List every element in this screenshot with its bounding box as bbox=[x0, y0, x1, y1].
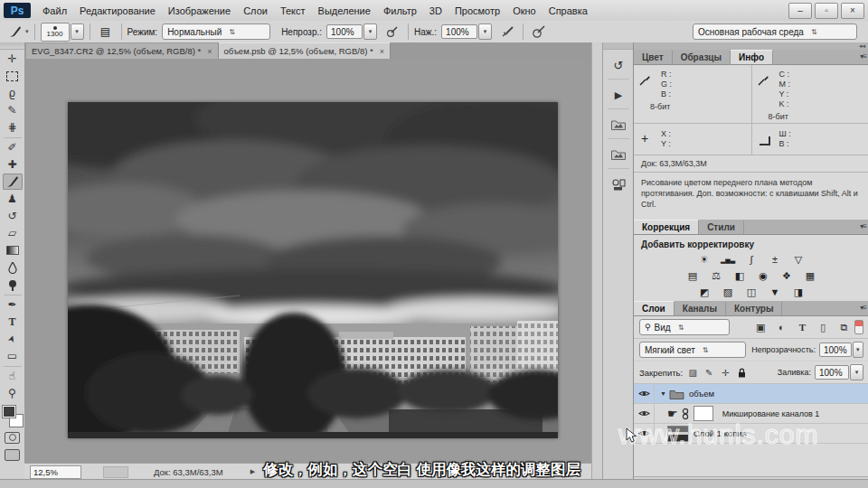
levels-icon[interactable]: ▂▅▃ bbox=[721, 253, 736, 266]
layer-fill-input[interactable]: 100% bbox=[815, 365, 849, 380]
filter-type-layers-icon[interactable]: T bbox=[795, 321, 809, 333]
hue-saturation-icon[interactable]: ▤ bbox=[685, 269, 701, 282]
menu-help[interactable]: Справка bbox=[542, 1, 594, 21]
brush-size-arrow[interactable]: ▾ bbox=[71, 23, 84, 40]
brush-tool[interactable] bbox=[3, 174, 23, 190]
color-lookup-icon[interactable]: ▦ bbox=[803, 269, 818, 282]
brush-size-picker[interactable]: 1300 bbox=[41, 23, 70, 42]
eraser-tool[interactable]: ▱ bbox=[3, 225, 23, 241]
status-arrow-icon[interactable]: ▶ bbox=[250, 468, 255, 475]
screen-mode-button[interactable] bbox=[3, 446, 23, 463]
brush-tool-preset-icon[interactable] bbox=[7, 24, 24, 39]
blend-mode-select[interactable]: Нормальный⇅ bbox=[162, 23, 270, 40]
collapse-panels-icon[interactable]: ◂◂ bbox=[859, 42, 865, 49]
menu-image[interactable]: Изображение bbox=[162, 1, 237, 21]
move-tool[interactable]: ✛ bbox=[3, 51, 23, 67]
foreground-color-swatch[interactable] bbox=[2, 405, 16, 418]
lock-move-icon[interactable]: ✛ bbox=[719, 367, 731, 379]
lock-transparency-icon[interactable]: ▨ bbox=[686, 367, 699, 379]
layer-row-group[interactable]: ▼ объем bbox=[634, 384, 868, 404]
visibility-toggle[interactable] bbox=[634, 384, 655, 403]
tab-swatches[interactable]: Образцы bbox=[673, 51, 731, 64]
menu-view[interactable]: Просмотр bbox=[448, 1, 506, 21]
filter-shape-layers-icon[interactable]: ▯ bbox=[816, 321, 830, 333]
layer-name[interactable]: Микширование каналов 1 bbox=[722, 409, 820, 418]
toolbox-grip[interactable] bbox=[0, 42, 24, 50]
eyedropper-tool[interactable]: ✐ bbox=[3, 139, 23, 155]
workspace-select[interactable]: Основная рабочая среда⇅ bbox=[693, 23, 857, 40]
history-panel-icon[interactable]: ↺ bbox=[608, 55, 629, 80]
mask-link-icon[interactable] bbox=[682, 408, 689, 420]
shape-tool[interactable]: ▭ bbox=[3, 348, 23, 364]
device-preview-panel-icon[interactable] bbox=[608, 174, 629, 198]
zoom-level-input[interactable]: 12,5% bbox=[30, 465, 81, 479]
document-tab-1[interactable]: EVG_8347.CR2 @ 12,5% (объем, RGB/8) *× bbox=[26, 43, 219, 59]
tab-color[interactable]: Цвет bbox=[634, 51, 673, 64]
color-balance-icon[interactable]: ⚖ bbox=[709, 269, 724, 282]
menu-layers[interactable]: Слои bbox=[237, 1, 274, 21]
crop-tool[interactable]: ⋕ bbox=[3, 119, 23, 136]
layer-blend-mode-select[interactable]: Мягкий свет⇅ bbox=[639, 342, 746, 358]
dock-collapse-icon[interactable] bbox=[603, 42, 634, 50]
filter-smart-objects-icon[interactable]: ⧉ bbox=[836, 321, 851, 333]
selective-color-icon[interactable]: ◨ bbox=[791, 286, 807, 298]
panel-menu-icon[interactable]: ▾≡ bbox=[860, 222, 866, 230]
menu-3d[interactable]: 3D bbox=[423, 1, 448, 21]
document-tab-2[interactable]: объем.psb @ 12,5% (объем, RGB/8) *× bbox=[219, 42, 392, 59]
toggle-brush-panel-icon[interactable]: ▤ bbox=[98, 24, 114, 39]
menu-edit[interactable]: Редактирование bbox=[73, 1, 162, 21]
preset-dropdown-arrow-icon[interactable]: ▾ bbox=[25, 28, 29, 35]
curves-icon[interactable]: ∫ bbox=[744, 253, 760, 266]
tab-paths[interactable]: Контуры bbox=[726, 302, 782, 315]
layer-fill-arrow[interactable]: ▾ bbox=[850, 364, 863, 380]
tablet-size-icon[interactable] bbox=[531, 24, 547, 39]
invert-icon[interactable]: ◩ bbox=[697, 286, 712, 298]
filter-adjustment-layers-icon[interactable]: ◐ bbox=[774, 321, 788, 333]
black-white-icon[interactable]: ◧ bbox=[732, 269, 748, 282]
threshold-icon[interactable]: ◫ bbox=[744, 286, 760, 298]
actions-panel-icon[interactable]: ▶ bbox=[608, 85, 629, 109]
flow-arrow[interactable]: ▾ bbox=[478, 23, 492, 40]
blur-tool[interactable] bbox=[3, 259, 23, 276]
tab-channels[interactable]: Каналы bbox=[675, 302, 726, 315]
close-tab-icon[interactable]: × bbox=[207, 47, 212, 56]
lock-paint-icon[interactable]: ✎ bbox=[703, 367, 715, 379]
quick-mask-button[interactable] bbox=[3, 429, 23, 446]
gradient-tool[interactable] bbox=[3, 242, 23, 258]
history-brush-tool[interactable]: ↺ bbox=[3, 208, 23, 224]
folders-panel-icon[interactable] bbox=[608, 145, 629, 169]
tab-adjustments[interactable]: Коррекция bbox=[634, 220, 699, 234]
panel-menu-icon[interactable]: ▾≡ bbox=[860, 52, 866, 61]
quick-selection-tool[interactable]: ✎ bbox=[3, 102, 23, 118]
exposure-icon[interactable]: ± bbox=[768, 253, 783, 266]
channel-mixer-layer-icon[interactable]: ☛ bbox=[667, 407, 678, 420]
opacity-input[interactable]: 100% bbox=[326, 24, 363, 39]
dodge-tool[interactable] bbox=[3, 277, 23, 293]
posterize-icon[interactable]: ▨ bbox=[721, 286, 736, 298]
library-panel-icon[interactable] bbox=[608, 115, 629, 139]
minimize-button[interactable]: – bbox=[788, 3, 812, 19]
tab-styles[interactable]: Стили bbox=[699, 221, 744, 234]
marquee-tool[interactable] bbox=[3, 68, 23, 84]
menu-window[interactable]: Окно bbox=[506, 1, 542, 21]
type-tool[interactable]: T bbox=[3, 314, 23, 330]
hand-tool[interactable]: ☝ bbox=[3, 368, 23, 384]
clone-stamp-tool[interactable]: ♟ bbox=[3, 191, 23, 207]
layer-opacity-input[interactable]: 100% bbox=[819, 343, 852, 357]
menu-select[interactable]: Выделение bbox=[312, 1, 377, 21]
opacity-arrow[interactable]: ▾ bbox=[363, 23, 377, 40]
healing-brush-tool[interactable]: ✚ bbox=[3, 156, 23, 173]
group-disclosure-icon[interactable]: ▼ bbox=[660, 390, 666, 397]
lasso-tool[interactable]: ϱ bbox=[3, 85, 23, 101]
layer-name[interactable]: объем bbox=[689, 389, 714, 399]
close-button[interactable]: × bbox=[841, 3, 864, 19]
flow-input[interactable]: 100% bbox=[441, 24, 477, 39]
photo-filter-icon[interactable]: ◉ bbox=[756, 269, 771, 282]
layer-filter-select[interactable]: ⚲ Вид ⇅ bbox=[639, 319, 730, 335]
vibrance-icon[interactable]: ▽ bbox=[791, 253, 807, 266]
tablet-opacity-icon[interactable] bbox=[384, 24, 401, 39]
gradient-map-icon[interactable]: ▼ bbox=[768, 286, 783, 298]
menu-filter[interactable]: Фильтр bbox=[377, 1, 423, 21]
tab-info[interactable]: Инфо bbox=[731, 50, 773, 64]
close-tab-icon[interactable]: × bbox=[380, 47, 384, 56]
